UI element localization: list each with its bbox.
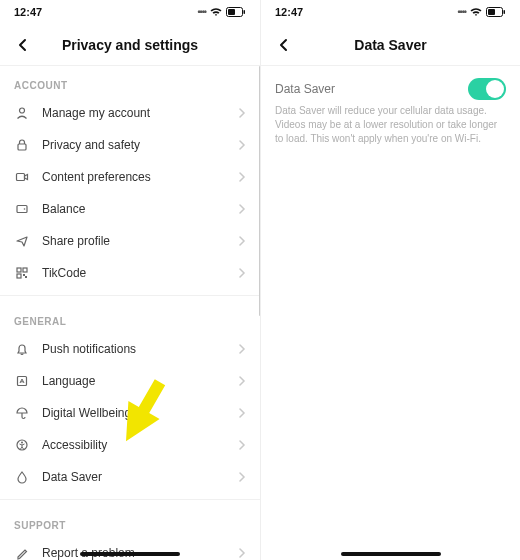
row-label: Push notifications — [42, 342, 226, 356]
row-label: Share profile — [42, 234, 226, 248]
battery-icon — [226, 7, 246, 17]
svg-rect-6 — [17, 206, 27, 213]
divider — [0, 295, 260, 296]
chevron-right-icon — [238, 168, 246, 186]
wallet-icon — [14, 201, 30, 217]
svg-rect-9 — [23, 268, 27, 272]
row-accessibility[interactable]: Accessibility — [0, 429, 260, 461]
nav-bar: Privacy and settings — [0, 24, 260, 66]
row-label: Data Saver — [42, 470, 226, 484]
signal-icon: •••• — [197, 7, 206, 17]
chevron-right-icon — [238, 200, 246, 218]
chevron-right-icon — [238, 136, 246, 154]
wifi-icon — [470, 7, 482, 17]
row-content-preferences[interactable]: Content preferences — [0, 161, 260, 193]
status-bar: 12:47 •••• — [0, 0, 260, 24]
row-privacy-safety[interactable]: Privacy and safety — [0, 129, 260, 161]
signal-icon: •••• — [457, 7, 466, 17]
svg-rect-11 — [23, 274, 25, 276]
chevron-right-icon — [238, 264, 246, 282]
row-label: Digital Wellbeing — [42, 406, 226, 420]
toggle-label: Data Saver — [275, 82, 335, 96]
chevron-right-icon — [238, 104, 246, 122]
chevron-right-icon — [238, 404, 246, 422]
umbrella-icon — [14, 405, 30, 421]
language-icon — [14, 373, 30, 389]
chevron-right-icon — [238, 372, 246, 390]
chevron-right-icon — [238, 232, 246, 250]
section-header-support: SUPPORT — [0, 506, 260, 537]
chevron-right-icon — [238, 340, 246, 358]
back-button[interactable] — [8, 30, 38, 60]
svg-point-15 — [21, 442, 23, 444]
qr-icon — [14, 265, 30, 281]
row-label: Balance — [42, 202, 226, 216]
back-button[interactable] — [269, 30, 299, 60]
accessibility-icon — [14, 437, 30, 453]
section-header-general: GENERAL — [0, 302, 260, 333]
person-icon — [14, 105, 30, 121]
share-icon — [14, 233, 30, 249]
row-label: Manage my account — [42, 106, 226, 120]
video-icon — [14, 169, 30, 185]
chevron-right-icon — [238, 544, 246, 560]
data-saver-screen: 12:47 •••• Data Saver Data Saver Data Sa… — [260, 0, 520, 560]
status-icons: •••• — [197, 7, 246, 17]
row-report-problem[interactable]: Report a problem — [0, 537, 260, 560]
toggle-row-data-saver: Data Saver — [261, 66, 520, 104]
droplet-icon — [14, 469, 30, 485]
row-data-saver[interactable]: Data Saver — [0, 461, 260, 493]
row-label: Accessibility — [42, 438, 226, 452]
row-tikcode[interactable]: TikCode — [0, 257, 260, 289]
svg-rect-2 — [228, 9, 235, 15]
section-header-account: ACCOUNT — [0, 66, 260, 97]
row-label: Content preferences — [42, 170, 226, 184]
svg-rect-12 — [25, 276, 27, 278]
row-push-notifications[interactable]: Push notifications — [0, 333, 260, 365]
chevron-right-icon — [238, 468, 246, 486]
divider — [0, 499, 260, 500]
svg-rect-8 — [17, 268, 21, 272]
chevron-right-icon — [238, 436, 246, 454]
data-saver-toggle[interactable] — [468, 78, 506, 100]
row-manage-account[interactable]: Manage my account — [0, 97, 260, 129]
page-title: Privacy and settings — [0, 37, 260, 53]
row-language[interactable]: Language — [0, 365, 260, 397]
svg-rect-18 — [504, 10, 506, 14]
svg-rect-10 — [17, 274, 21, 278]
svg-point-7 — [24, 208, 26, 210]
row-label: Privacy and safety — [42, 138, 226, 152]
svg-rect-1 — [244, 10, 246, 14]
row-label: TikCode — [42, 266, 226, 280]
lock-icon — [14, 137, 30, 153]
svg-rect-5 — [17, 174, 25, 181]
clock: 12:47 — [275, 6, 303, 18]
status-bar: 12:47 •••• — [261, 0, 520, 24]
svg-rect-13 — [18, 377, 27, 386]
battery-icon — [486, 7, 506, 17]
settings-screen: 12:47 •••• Privacy and settings ACCOUNT … — [0, 0, 260, 560]
svg-point-3 — [20, 108, 25, 113]
wifi-icon — [210, 7, 222, 17]
clock: 12:47 — [14, 6, 42, 18]
svg-rect-4 — [18, 144, 26, 150]
pencil-icon — [14, 545, 30, 560]
row-label: Language — [42, 374, 226, 388]
nav-bar: Data Saver — [261, 24, 520, 66]
home-indicator[interactable] — [341, 552, 441, 556]
svg-rect-19 — [488, 9, 495, 15]
bell-icon — [14, 341, 30, 357]
status-icons: •••• — [457, 7, 506, 17]
home-indicator[interactable] — [80, 552, 180, 556]
row-balance[interactable]: Balance — [0, 193, 260, 225]
toggle-description: Data Saver will reduce your cellular dat… — [261, 104, 520, 146]
row-digital-wellbeing[interactable]: Digital Wellbeing — [0, 397, 260, 429]
row-share-profile[interactable]: Share profile — [0, 225, 260, 257]
page-title: Data Saver — [261, 37, 520, 53]
